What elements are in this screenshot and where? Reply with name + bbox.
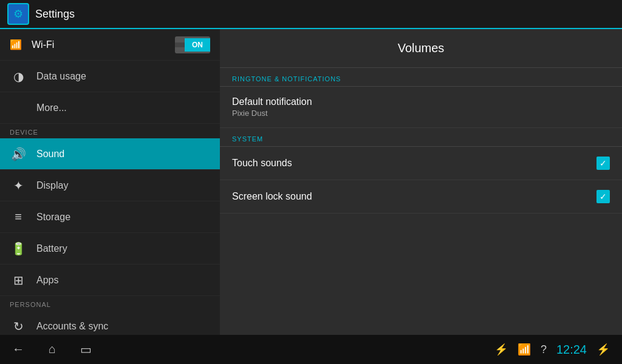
sidebar-item-sound[interactable]: 🔊 Sound	[0, 138, 220, 170]
sidebar-item-display[interactable]: ✦ Display	[0, 170, 220, 201]
sidebar-item-data-usage[interactable]: ◑ Data usage	[0, 61, 220, 92]
screen-lock-sound-checkbox[interactable]: ✓	[596, 190, 610, 203]
data-usage-icon: ◑	[10, 69, 27, 84]
touch-sounds-checkbox[interactable]: ✓	[596, 157, 610, 170]
apps-icon: ⊞	[10, 273, 27, 288]
battery-label: Battery	[36, 243, 67, 254]
sidebar-item-accounts[interactable]: ↻ Accounts & sync	[0, 311, 220, 335]
default-notification-text: Default notification Pixie Dust	[232, 96, 312, 118]
ringtone-section-label: RINGTONE & NOTIFICATIONS	[220, 68, 622, 87]
screen-lock-sound-row[interactable]: Screen lock sound ✓	[220, 180, 622, 214]
sound-icon: 🔊	[10, 147, 27, 161]
bottom-bar: ← ⌂ ▭ ⚡ 📶 ? 12:24 ⚡	[0, 335, 622, 364]
data-usage-label: Data usage	[36, 71, 86, 82]
sidebar-item-battery[interactable]: 🔋 Battery	[0, 233, 220, 265]
sidebar-item-apps[interactable]: ⊞ Apps	[0, 265, 220, 296]
device-section-label: DEVICE	[0, 124, 220, 138]
sidebar: 📶 Wi-Fi ON ◑ Data usage More... DEVICE 🔊…	[0, 29, 220, 335]
status-icons: ⚡ 📶 ? 12:24 ⚡	[494, 343, 610, 357]
content-title: Volumes	[220, 29, 622, 68]
screen-lock-sound-text: Screen lock sound	[232, 191, 312, 202]
sidebar-item-more[interactable]: More...	[0, 92, 220, 124]
touch-sounds-row[interactable]: Touch sounds ✓	[220, 147, 622, 180]
title-bar: ⚙ Settings	[0, 0, 622, 29]
system-section-label: SYSTEM	[220, 128, 622, 147]
sidebar-item-storage[interactable]: ≡ Storage	[0, 201, 220, 233]
touch-sounds-title: Touch sounds	[232, 158, 292, 169]
settings-icon: ⚙	[7, 3, 29, 25]
default-notification-title: Default notification	[232, 96, 312, 107]
display-label: Display	[36, 180, 68, 191]
nav-buttons: ← ⌂ ▭	[12, 342, 92, 357]
signal-icon: 📶	[518, 343, 531, 356]
wifi-on-label: ON	[185, 38, 210, 52]
more-label: More...	[36, 103, 67, 113]
display-icon: ✦	[10, 178, 27, 193]
storage-icon: ≡	[10, 210, 27, 224]
personal-section-label: PERSONAL	[0, 296, 220, 311]
default-notification-row[interactable]: Default notification Pixie Dust	[220, 87, 622, 128]
usb-icon: ⚡	[494, 343, 508, 356]
home-button[interactable]: ⌂	[49, 342, 56, 357]
battery-status-icon: ⚡	[596, 343, 610, 356]
content-area: Volumes RINGTONE & NOTIFICATIONS Default…	[220, 29, 622, 335]
sound-label: Sound	[36, 149, 64, 160]
screen-lock-sound-title: Screen lock sound	[232, 191, 312, 202]
wifi-label: Wi-Fi	[32, 39, 54, 50]
touch-sounds-text: Touch sounds	[232, 158, 292, 169]
wifi-icon: 📶	[10, 39, 22, 50]
accounts-icon: ↻	[10, 319, 27, 334]
back-button[interactable]: ←	[12, 342, 24, 357]
main-layout: 📶 Wi-Fi ON ◑ Data usage More... DEVICE 🔊…	[0, 29, 622, 335]
sidebar-item-wifi[interactable]: 📶 Wi-Fi ON	[0, 29, 220, 61]
recents-button[interactable]: ▭	[80, 342, 92, 357]
help-icon: ?	[541, 343, 547, 356]
battery-icon: 🔋	[10, 241, 27, 256]
page-title: Settings	[35, 8, 75, 21]
default-notification-subtitle: Pixie Dust	[232, 109, 312, 118]
wifi-off-label	[175, 42, 185, 47]
accounts-label: Accounts & sync	[36, 321, 108, 332]
time-display: 12:24	[556, 343, 587, 357]
storage-label: Storage	[36, 212, 70, 223]
apps-label: Apps	[36, 275, 58, 286]
wifi-toggle[interactable]: ON	[175, 36, 210, 53]
